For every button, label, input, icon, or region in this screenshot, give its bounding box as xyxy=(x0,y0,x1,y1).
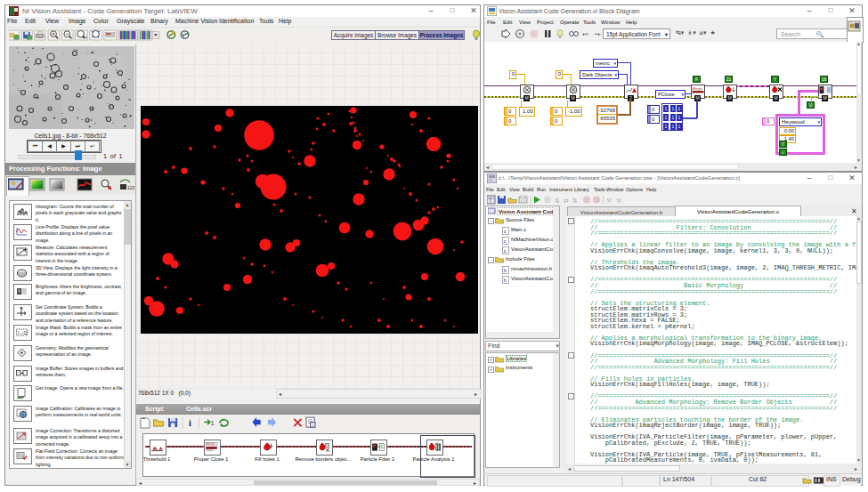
svg-text:i: i xyxy=(189,418,191,428)
svg-text:123: 123 xyxy=(127,185,134,190)
svg-text:1: 1 xyxy=(211,420,215,426)
svg-text:h: h xyxy=(504,268,507,274)
svg-text:c: c xyxy=(504,238,507,245)
svg-text:I→O: I→O xyxy=(18,330,27,335)
svg-text:⚒: ⚒ xyxy=(606,198,612,204)
svg-text:Morph: Morph xyxy=(693,86,702,91)
svg-text:⇅: ⇅ xyxy=(555,198,560,204)
svg-text:Morph: Morph xyxy=(207,442,215,446)
svg-text:↩·: ↩· xyxy=(582,31,589,37)
svg-text:⇄: ⇄ xyxy=(564,198,569,204)
svg-text:c: c xyxy=(504,248,507,254)
svg-text:⚒: ⚒ xyxy=(616,198,621,204)
svg-text:h: h xyxy=(504,278,507,284)
svg-text:↪·: ↪· xyxy=(595,31,602,37)
svg-text:c: c xyxy=(504,229,507,235)
svg-text:⇅: ⇅ xyxy=(572,198,578,204)
svg-text:1:1: 1:1 xyxy=(82,35,88,39)
